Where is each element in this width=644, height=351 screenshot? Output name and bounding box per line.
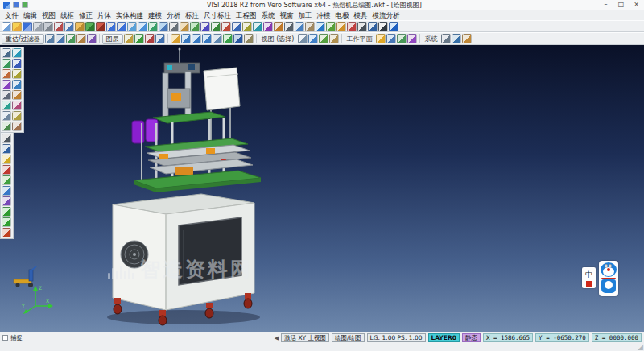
- view-prev-icon[interactable]: [244, 34, 254, 43]
- view-save-icon[interactable]: [308, 34, 318, 43]
- view-right-icon[interactable]: [202, 34, 212, 43]
- layer-tool-icon[interactable]: [2, 122, 11, 131]
- sys-settings-icon[interactable]: [441, 34, 451, 43]
- spline-icon[interactable]: [263, 22, 273, 31]
- snap-tool-icon[interactable]: [12, 111, 22, 121]
- menu-item[interactable]: 文件: [2, 10, 21, 20]
- layer-on-icon[interactable]: [134, 34, 144, 43]
- wp-custom-icon[interactable]: [407, 34, 417, 43]
- rotate-view-icon[interactable]: [148, 22, 158, 31]
- fillet-icon[interactable]: [295, 22, 304, 31]
- menu-item[interactable]: 标注: [183, 10, 201, 20]
- sys-database-icon[interactable]: [452, 34, 461, 43]
- menu-item[interactable]: 模流分析: [370, 10, 402, 20]
- menu-item[interactable]: 电极: [333, 10, 352, 20]
- solid-tool-icon[interactable]: [2, 90, 11, 100]
- layer-off-icon[interactable]: [145, 34, 155, 43]
- layer-new-icon[interactable]: [124, 34, 134, 43]
- circle-tool-icon[interactable]: [12, 59, 22, 68]
- view-front-icon[interactable]: [192, 34, 201, 43]
- axis-tool-icon[interactable]: [2, 217, 11, 227]
- draw-mode-indicator[interactable]: 绘图/绘图: [332, 333, 365, 342]
- move-icon[interactable]: [326, 22, 336, 31]
- transform-tool-icon[interactable]: [2, 176, 11, 185]
- print-icon[interactable]: [33, 22, 43, 31]
- active-view-indicator[interactable]: 激活 XY 上视图: [281, 333, 329, 342]
- group-tool-icon[interactable]: [2, 196, 11, 206]
- quick-save-icon[interactable]: [13, 2, 19, 8]
- zoom-in-icon[interactable]: [106, 22, 116, 31]
- arc-icon[interactable]: [221, 22, 231, 31]
- menu-item[interactable]: 线框: [58, 10, 76, 20]
- menu-item[interactable]: 加工: [296, 10, 315, 20]
- circle-icon[interactable]: [232, 22, 242, 31]
- minimize-button[interactable]: –: [598, 0, 613, 10]
- select-solid-icon[interactable]: [76, 34, 86, 43]
- zoom-out-icon[interactable]: [117, 22, 126, 31]
- rect-tool-icon[interactable]: [12, 69, 22, 79]
- open-file-icon[interactable]: [12, 22, 22, 31]
- wp-yz-icon[interactable]: [397, 34, 407, 43]
- viewport[interactable]: Z X Y 智造资料网 中: [0, 45, 644, 332]
- menu-item[interactable]: 视窗: [278, 10, 296, 20]
- layer-set-icon[interactable]: [155, 34, 165, 43]
- active-layer-indicator[interactable]: LAYER0: [428, 333, 460, 342]
- polyline-icon[interactable]: [253, 22, 262, 31]
- layer-tab[interactable]: 图层: [102, 34, 123, 44]
- view-select-label[interactable]: 视图 (选择): [259, 35, 297, 43]
- measure-tool-icon[interactable]: [2, 134, 11, 143]
- mode-indicator[interactable]: 静态: [462, 333, 481, 342]
- view-select-dropdown-icon[interactable]: [298, 34, 308, 43]
- snap-checkbox[interactable]: [2, 335, 8, 341]
- view-back-icon[interactable]: [213, 34, 222, 43]
- system-label[interactable]: 系统: [423, 35, 440, 43]
- blend-tool-icon[interactable]: [2, 101, 11, 110]
- rotate-icon[interactable]: [336, 22, 346, 31]
- line-tool-icon[interactable]: [2, 59, 11, 68]
- workplane-label[interactable]: 工作平面: [345, 35, 375, 43]
- select-face-icon[interactable]: [56, 34, 65, 43]
- shell-tool-icon[interactable]: [12, 101, 22, 110]
- wp-xy-icon[interactable]: [376, 34, 386, 43]
- quick-undo-icon[interactable]: [22, 2, 28, 8]
- plot-icon[interactable]: [43, 22, 53, 31]
- zoom-fit-icon[interactable]: [127, 22, 137, 31]
- grid-tool-icon[interactable]: [2, 111, 11, 121]
- view-shade-icon[interactable]: [233, 34, 243, 43]
- chamfer-icon[interactable]: [305, 22, 315, 31]
- help-icon[interactable]: [389, 22, 398, 31]
- point-icon[interactable]: [200, 22, 210, 31]
- note-tool-icon[interactable]: [2, 155, 11, 164]
- text-icon[interactable]: [378, 22, 388, 31]
- wp-xz-icon[interactable]: [386, 34, 396, 43]
- point-tool-icon[interactable]: [12, 48, 22, 58]
- menu-item[interactable]: 实体构建: [114, 10, 146, 20]
- measure-icon[interactable]: [357, 22, 367, 31]
- render-tool-icon[interactable]: [2, 207, 11, 217]
- view-list-icon[interactable]: [329, 34, 339, 43]
- offset-icon[interactable]: [274, 22, 283, 31]
- menu-item[interactable]: 冲模: [315, 10, 333, 20]
- dim-tool-icon[interactable]: [2, 144, 11, 154]
- cad-model-3d[interactable]: [89, 47, 274, 328]
- menu-item[interactable]: 工程图: [233, 10, 259, 20]
- menu-item[interactable]: 系统: [259, 10, 278, 20]
- redo-icon[interactable]: [96, 22, 105, 31]
- select-all-icon[interactable]: [45, 34, 55, 43]
- view-iso-icon[interactable]: [171, 34, 180, 43]
- new-file-icon[interactable]: [2, 22, 11, 31]
- save-icon[interactable]: [23, 22, 32, 31]
- trim-icon[interactable]: [284, 22, 294, 31]
- wcs-tool-icon[interactable]: [12, 122, 22, 131]
- resize-grip[interactable]: ◢: [638, 344, 643, 351]
- surface-tool-icon[interactable]: [12, 80, 22, 89]
- menu-item[interactable]: 编辑: [21, 10, 39, 20]
- origin-tool-icon[interactable]: [2, 228, 11, 237]
- layer-manager-icon[interactable]: [190, 22, 200, 31]
- menu-item[interactable]: 尺寸标注: [201, 10, 233, 20]
- mirror-icon[interactable]: [316, 22, 325, 31]
- sys-tools-icon[interactable]: [462, 34, 472, 43]
- array-tool-icon[interactable]: [2, 186, 11, 196]
- select-curve-icon[interactable]: [87, 34, 97, 43]
- menu-item[interactable]: 分析: [164, 10, 183, 20]
